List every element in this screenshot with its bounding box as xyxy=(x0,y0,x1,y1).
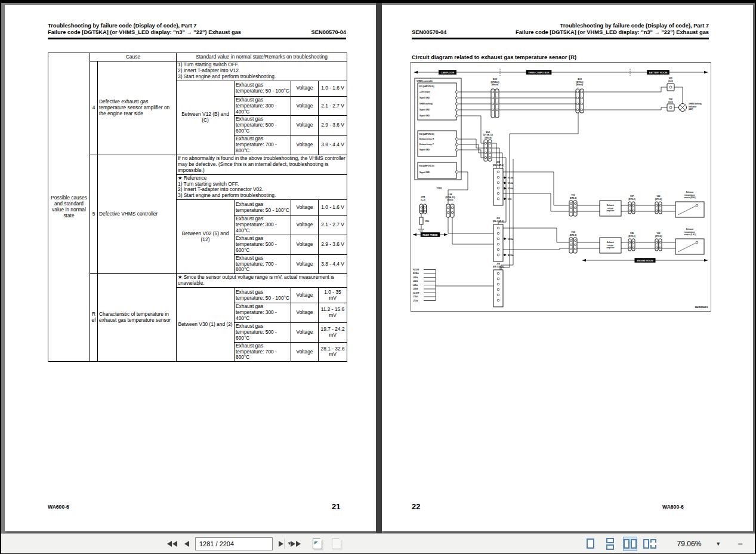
diagram-label: LR4 xyxy=(421,196,425,198)
diagram-label: L05④ xyxy=(413,284,418,287)
connector-symbols xyxy=(418,84,687,233)
diagram-label: L08 xyxy=(449,193,452,196)
cause-number: 4 xyxy=(90,61,98,155)
value-cell: 3.8 - 4.4 V xyxy=(319,136,347,155)
diagram-label: (24V) xyxy=(689,108,693,110)
header-line2: Failure code [DGT5KA] (or VHMS_LED displ… xyxy=(516,29,709,36)
page-copy-dim-icon xyxy=(332,538,341,549)
diagram-label: Signal GND xyxy=(419,97,430,99)
diagram-label: BV3 xyxy=(578,78,582,81)
diagram-label: Signal GND xyxy=(419,149,430,151)
diagram-label: KON⑨ xyxy=(413,272,419,275)
document-canvas[interactable]: Troubleshooting by failure code (Display… xyxy=(1,3,755,533)
single-page-view-button[interactable] xyxy=(584,537,598,551)
diagram-title: Circuit diagram related to exhaust gas t… xyxy=(412,54,576,60)
diagram-label: V13④ xyxy=(508,177,513,179)
previous-page-button[interactable] xyxy=(183,537,190,550)
circuit-diagram: CAB FLOORVHMS COMPO BOXBATTERY ROOMREAR … xyxy=(411,62,711,312)
zoom-dropdown-caret-icon[interactable]: ▼ xyxy=(712,540,724,547)
diagram-label: Exhaust xyxy=(686,191,693,193)
fast-forward-icon xyxy=(296,541,301,547)
diagram-label: Signal GND xyxy=(419,171,430,174)
diagram-label: (Black) xyxy=(576,84,583,86)
page-copy-icon xyxy=(313,538,322,549)
diagram-label: (DT2-3) xyxy=(570,197,577,199)
diagram-label: (Gray) xyxy=(448,199,453,201)
header-rule xyxy=(412,38,709,39)
book-view-icon xyxy=(643,539,649,549)
book-view-button[interactable] xyxy=(643,537,657,551)
diagram-label: (DT2-2) xyxy=(655,235,662,238)
diagram-label: L10① xyxy=(413,296,418,298)
diagram-label: V22 xyxy=(669,98,672,100)
zone-banner-label: VHMS COMPO BOX xyxy=(528,72,550,74)
diagram-label: V16① xyxy=(508,187,513,190)
header-line2: Failure code [DGT5KA] (or VHMS_LED displ… xyxy=(48,29,241,36)
jump-back-button[interactable] xyxy=(166,537,178,550)
zoom-level[interactable]: 79.06% xyxy=(677,540,702,548)
page-copy-button[interactable] xyxy=(311,537,323,550)
item-cell: Voltage xyxy=(291,322,319,342)
value-cell: 19.7 - 24.2 mV xyxy=(319,322,347,342)
cause-text: Defective VHMS controller xyxy=(98,155,177,274)
facing-pages-view-button[interactable] xyxy=(623,537,637,551)
continuous-view-button[interactable] xyxy=(603,537,618,551)
remark-cell: If no abnormality is found in the above … xyxy=(177,155,347,174)
item-cell: Voltage xyxy=(291,303,319,323)
diagram-label: V10④ xyxy=(436,187,442,189)
diagram-frame xyxy=(411,63,711,312)
model-number: WA600-6 xyxy=(48,504,69,510)
diagram-label: VHMS controller xyxy=(416,80,434,82)
next-page-button[interactable] xyxy=(277,537,285,550)
continuous-view-icon xyxy=(606,538,614,550)
value-cell: 28.1 - 32.6 mV xyxy=(319,342,347,362)
jump-forward-button[interactable] xyxy=(289,537,302,550)
page-number-input[interactable] xyxy=(196,538,284,549)
page-gap xyxy=(376,3,382,533)
diagram-label: (DT2-2) xyxy=(628,235,635,238)
diagram-label: (DT2-2) xyxy=(655,198,662,201)
diagram-label: Exhaust xyxy=(607,241,614,244)
zone-banner: REAR FRAME xyxy=(421,232,440,237)
diagram-label: LT1⑨ xyxy=(413,300,418,302)
zone-banner-label: BATTERY ROOM xyxy=(649,72,667,74)
diagram-label: V11 xyxy=(572,194,575,196)
page-22: Troubleshooting by failure code (Display… xyxy=(382,5,753,531)
toolbar: ▼ xyxy=(1,533,755,553)
page-21: Troubleshooting by failure code (Display… xyxy=(5,5,376,531)
diagram-label: sensor xyxy=(607,207,614,210)
diagram-label: sensor (R.H.) xyxy=(684,196,695,199)
condition-cell: Exhaust gas temperature: 700 - 800°C xyxy=(234,342,291,362)
item-cell: Voltage xyxy=(291,288,319,303)
condition-cell: Exhaust gas temperature: 500 - 600°C xyxy=(234,116,291,136)
diagram-label: V02 (AMP070-18) xyxy=(419,133,434,136)
diagram-label: Exhaust xyxy=(607,204,614,207)
diagram-label: (ES-CAP-6) xyxy=(493,266,504,268)
zone-banner-label: CAB FLOOR xyxy=(441,72,455,74)
diagram-label: L05⑩ xyxy=(413,288,418,290)
diagram-label: V28 xyxy=(630,232,634,235)
value-cell: 2.1 - 2.7 V xyxy=(319,96,347,116)
header-line1: Troubleshooting by failure code (Display… xyxy=(412,23,709,29)
header-rule xyxy=(48,38,346,39)
diagram-label: R10 xyxy=(425,220,429,223)
left-page-header: Troubleshooting by failure code (Display… xyxy=(48,23,346,36)
item-cell: Voltage xyxy=(291,216,319,235)
zone-banner-label: REAR FRAME xyxy=(422,234,438,236)
condition-cell: Exhaust gas temperature: 50 - 100°C xyxy=(234,200,291,216)
item-cell: Voltage xyxy=(291,116,319,136)
pdf-viewer-window: Troubleshooting by failure code (Display… xyxy=(0,0,756,554)
column-header-cause: Cause xyxy=(90,53,177,61)
diagram-label: (DT2A-12) xyxy=(445,196,455,199)
circuit-wires xyxy=(421,87,683,301)
condition-cell: Exhaust gas temperature: 50 - 100°C xyxy=(234,81,291,96)
diagram-label: temperature xyxy=(684,194,695,196)
diagram-label: VHMS working xyxy=(689,103,702,105)
page-copy-disabled-button[interactable] xyxy=(331,537,342,550)
diagram-label: (G-1) xyxy=(668,101,673,103)
condition-cell: Exhaust gas temperature: 300 - 400°C xyxy=(234,96,291,116)
rewind-icon xyxy=(172,541,177,547)
item-cell: Voltage xyxy=(291,342,319,362)
zoom-out-button[interactable]: − xyxy=(734,538,746,549)
between-cell: Between V30 (1) and (2) xyxy=(177,288,234,362)
